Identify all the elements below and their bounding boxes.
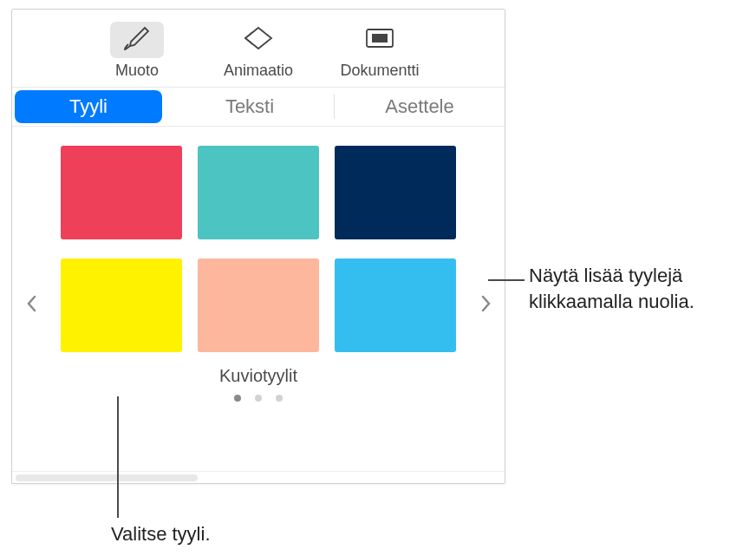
tab-arrange-label: Asettele	[385, 95, 454, 118]
animate-tab-label: Animaatio	[224, 62, 293, 80]
tab-arrange[interactable]: Asettele	[335, 88, 505, 126]
diamond-icon	[242, 25, 275, 55]
animate-tab[interactable]: Animaatio	[202, 22, 315, 80]
document-tab-label: Dokumentti	[340, 62, 419, 80]
callout-text: Valitse tyyli.	[111, 521, 211, 547]
style-swatch[interactable]	[198, 258, 319, 352]
style-swatch[interactable]	[335, 146, 456, 239]
page-indicator	[12, 395, 505, 402]
callout-line	[488, 279, 525, 281]
page-dot[interactable]	[255, 395, 262, 402]
tab-style-label: Tyyli	[69, 95, 108, 118]
callout-text: Näytä lisää tyylejä klikkaamalla nuolia.	[529, 263, 754, 314]
svg-rect-1	[372, 34, 388, 43]
style-swatch[interactable]	[335, 258, 456, 352]
styles-next-arrow[interactable]	[473, 288, 498, 323]
page-dot[interactable]	[276, 395, 283, 402]
style-swatch[interactable]	[61, 146, 182, 239]
styles-prev-arrow[interactable]	[19, 288, 43, 323]
page-dot[interactable]	[234, 395, 241, 402]
inspector-panel: Muoto Animaatio	[11, 9, 505, 484]
style-swatch[interactable]	[198, 146, 319, 239]
styles-section-label: Kuviotyylit	[12, 366, 505, 386]
tab-text-label: Teksti	[225, 95, 274, 118]
scrollbar-thumb[interactable]	[16, 474, 198, 481]
style-swatch[interactable]	[61, 258, 182, 352]
document-tab[interactable]: Dokumentti	[323, 22, 436, 80]
document-icon	[364, 26, 395, 54]
styles-grid	[12, 146, 505, 352]
tab-text[interactable]: Teksti	[165, 88, 335, 126]
styles-area: Kuviotyylit	[12, 127, 505, 483]
inspector-toolbar: Muoto Animaatio	[12, 10, 505, 88]
callout-line	[117, 396, 119, 518]
format-tab[interactable]: Muoto	[81, 22, 193, 80]
brush-icon	[122, 25, 152, 55]
format-tab-label: Muoto	[115, 62, 159, 80]
chevron-left-icon	[26, 294, 37, 317]
tab-style[interactable]: Tyyli	[15, 90, 162, 123]
sub-tabs: Tyyli Teksti Asettele	[12, 88, 505, 127]
chevron-right-icon	[480, 294, 492, 317]
horizontal-scrollbar[interactable]	[12, 471, 505, 483]
